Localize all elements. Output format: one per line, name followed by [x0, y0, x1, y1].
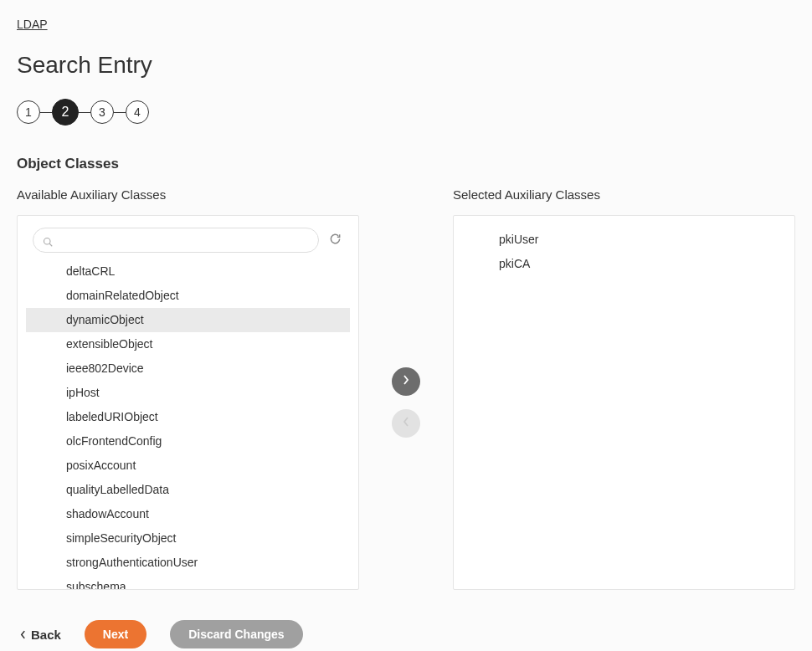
- step-connector: [114, 112, 126, 113]
- step-3[interactable]: 3: [90, 100, 114, 124]
- breadcrumb: LDAP: [17, 17, 795, 32]
- step-connector: [79, 112, 90, 113]
- chevron-right-icon: [403, 375, 409, 387]
- refresh-icon: [329, 233, 342, 248]
- list-item[interactable]: ieee802Device: [26, 356, 350, 381]
- list-item[interactable]: strongAuthenticationUser: [26, 551, 350, 575]
- wizard-stepper: 1234: [17, 99, 795, 126]
- list-item[interactable]: qualityLabelledData: [26, 478, 350, 502]
- selected-classes-list: pkiUserpkiCA: [462, 228, 786, 276]
- page-title: Search Entry: [17, 52, 795, 79]
- remove-selected-button: [392, 409, 420, 438]
- list-item[interactable]: labeledURIObject: [26, 405, 350, 429]
- discard-changes-button[interactable]: Discard Changes: [170, 620, 302, 648]
- chevron-left-icon: [403, 417, 409, 429]
- selected-classes-label: Selected Auxiliary Classes: [453, 187, 795, 202]
- list-item[interactable]: pkiCA: [462, 252, 786, 276]
- back-label: Back: [31, 628, 61, 642]
- list-item[interactable]: domainRelatedObject: [26, 284, 350, 308]
- add-selected-button[interactable]: [392, 367, 420, 396]
- list-item[interactable]: dynamicObject: [26, 308, 350, 332]
- dual-list-selector: Available Auxiliary Classes: [17, 187, 795, 590]
- search-icon: [43, 235, 53, 245]
- section-title-object-classes: Object Classes: [17, 156, 795, 172]
- list-item[interactable]: ipHost: [26, 381, 350, 405]
- chevron-left-icon: [20, 628, 26, 642]
- footer-actions: Back Next Discard Changes: [17, 620, 795, 648]
- list-item[interactable]: extensibleObject: [26, 332, 350, 356]
- available-classes-panel: deltaCRLdomainRelatedObjectdynamicObject…: [17, 215, 359, 590]
- step-2[interactable]: 2: [52, 99, 79, 126]
- list-item[interactable]: olcFrontendConfig: [26, 429, 350, 454]
- transfer-controls: [373, 187, 439, 590]
- next-button[interactable]: Next: [85, 620, 146, 648]
- selected-classes-panel: pkiUserpkiCA: [453, 215, 795, 590]
- back-button[interactable]: Back: [20, 628, 61, 642]
- available-search-input[interactable]: [33, 228, 319, 253]
- step-connector: [40, 112, 52, 113]
- list-item[interactable]: shadowAccount: [26, 502, 350, 526]
- list-item[interactable]: deltaCRL: [26, 259, 350, 284]
- svg-line-1: [49, 243, 52, 246]
- list-item[interactable]: pkiUser: [462, 228, 786, 252]
- breadcrumb-link-ldap[interactable]: LDAP: [17, 18, 48, 31]
- svg-point-0: [44, 238, 51, 245]
- list-item[interactable]: posixAccount: [26, 454, 350, 478]
- available-classes-label: Available Auxiliary Classes: [17, 187, 359, 202]
- list-item[interactable]: subschema: [26, 575, 350, 590]
- list-item[interactable]: simpleSecurityObject: [26, 526, 350, 551]
- step-1[interactable]: 1: [17, 100, 40, 124]
- available-classes-list: deltaCRLdomainRelatedObjectdynamicObject…: [26, 259, 350, 590]
- step-4[interactable]: 4: [126, 100, 149, 124]
- refresh-button[interactable]: [327, 231, 343, 249]
